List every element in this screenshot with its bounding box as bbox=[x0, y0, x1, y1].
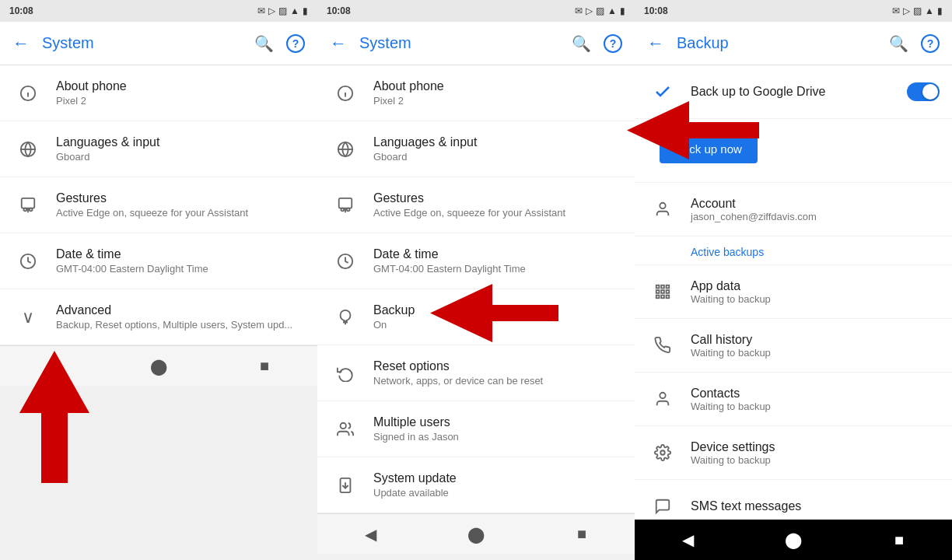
wifi-icon-2: ▲ bbox=[607, 5, 617, 16]
recent-nav-3[interactable]: ■ bbox=[884, 524, 915, 555]
app-title-3: Backup bbox=[677, 34, 889, 52]
update-icon bbox=[330, 470, 361, 501]
battery-icon-2: ▮ bbox=[620, 5, 625, 16]
app-bar-1: ← System 🔍 ? bbox=[0, 22, 317, 65]
account-email: jason_cohen@ziffdavis.com bbox=[691, 211, 940, 222]
sms-icon bbox=[647, 491, 678, 520]
datetime-icon-2 bbox=[330, 246, 361, 277]
sms-row[interactable]: SMS text messages bbox=[635, 480, 952, 520]
list-item[interactable]: Languages & input Gboard bbox=[0, 121, 317, 177]
app-title-1: System bbox=[42, 34, 254, 52]
home-nav-1[interactable]: ⬤ bbox=[143, 351, 174, 382]
about-phone-text: About phone Pixel 2 bbox=[56, 79, 305, 107]
backup-toggle[interactable] bbox=[907, 82, 940, 101]
svg-point-21 bbox=[341, 422, 346, 428]
back-nav-2[interactable]: ◀ bbox=[355, 519, 386, 550]
list-item[interactable]: Gestures Active Edge on, squeeze for you… bbox=[317, 177, 635, 233]
back-button-3[interactable]: ← bbox=[647, 33, 664, 54]
drive-backup-title: Back up to Google Drive bbox=[691, 85, 907, 99]
account-icon bbox=[647, 194, 678, 225]
backup-item[interactable]: Backup On bbox=[317, 289, 635, 345]
status-time-2: 10:08 bbox=[327, 5, 351, 16]
languages-text: Languages & input Gboard bbox=[56, 135, 305, 163]
svg-point-26 bbox=[660, 203, 665, 208]
backup-icon-2 bbox=[330, 302, 361, 333]
left-arrow-indicator-3 bbox=[635, 101, 759, 163]
vibrate-icon-3: ▨ bbox=[913, 5, 922, 16]
list-item[interactable]: Date & time GMT-04:00 Eastern Daylight T… bbox=[317, 233, 635, 289]
svg-rect-16 bbox=[339, 198, 352, 208]
device-settings-row[interactable]: Device settings Waiting to backup bbox=[635, 426, 952, 480]
status-bar-2: 10:08 ✉ ▷ ▨ ▲ ▮ bbox=[317, 0, 635, 22]
status-icons-2: ✉ ▷ ▨ ▲ ▮ bbox=[575, 5, 625, 16]
datetime-icon bbox=[12, 246, 44, 277]
account-row[interactable]: Account jason_cohen@ziffdavis.com bbox=[635, 183, 952, 236]
nav-bar-2: ◀ ⬤ ■ bbox=[317, 513, 635, 554]
back-nav-3[interactable]: ◀ bbox=[672, 524, 703, 555]
svg-marker-25 bbox=[635, 101, 759, 159]
about-phone-title: About phone bbox=[56, 79, 305, 93]
home-nav-2[interactable]: ⬤ bbox=[460, 519, 492, 550]
svg-point-17 bbox=[341, 208, 345, 211]
list-item[interactable]: Languages & input Gboard bbox=[317, 121, 635, 177]
recent-nav-2[interactable]: ■ bbox=[566, 519, 597, 550]
list-item[interactable]: Gestures Active Edge on, squeeze for you… bbox=[0, 177, 317, 233]
status-bar-1: 10:08 ✉ ▷ ▨ ▲ ▮ bbox=[0, 0, 317, 22]
search-icon-2[interactable]: 🔍 bbox=[572, 34, 591, 53]
app-bar-2: ← System 🔍 ? bbox=[317, 22, 635, 65]
battery-icon-3: ▮ bbox=[937, 5, 943, 16]
call-icon bbox=[647, 330, 678, 361]
list-item[interactable]: Reset options Network, apps, or device c… bbox=[317, 345, 635, 401]
svg-rect-31 bbox=[661, 290, 664, 293]
gestures-icon-2 bbox=[330, 190, 361, 221]
app-data-row[interactable]: App data Waiting to backup bbox=[635, 265, 952, 319]
list-item[interactable]: System update Update available bbox=[317, 457, 635, 513]
language-icon-2 bbox=[330, 134, 361, 165]
svg-point-37 bbox=[660, 450, 665, 455]
call-history-row[interactable]: Call history Waiting to backup bbox=[635, 319, 952, 373]
help-icon-2[interactable]: ? bbox=[604, 34, 622, 53]
status-time-1: 10:08 bbox=[9, 5, 33, 16]
search-icon-3[interactable]: 🔍 bbox=[889, 34, 908, 53]
language-icon bbox=[12, 134, 44, 165]
svg-rect-27 bbox=[656, 285, 660, 289]
svg-point-8 bbox=[30, 208, 33, 211]
app-data-icon bbox=[647, 276, 678, 307]
about-icon bbox=[12, 78, 44, 109]
svg-rect-32 bbox=[667, 290, 670, 293]
mail-icon-2: ✉ bbox=[575, 5, 583, 16]
backup-content: Back up to Google Drive Back up now Acco… bbox=[635, 65, 952, 520]
contacts-icon bbox=[647, 383, 678, 415]
list-item[interactable]: Date & time GMT-04:00 Eastern Daylight T… bbox=[0, 233, 317, 289]
toggle-knob bbox=[922, 84, 938, 100]
settings-list-2: About phone Pixel 2 Languages & input Gb… bbox=[317, 65, 635, 513]
about-phone-subtitle: Pixel 2 bbox=[56, 95, 305, 107]
nav-bar-3: ◀ ⬤ ■ bbox=[635, 520, 952, 560]
back-button-1[interactable]: ← bbox=[12, 33, 30, 54]
svg-rect-5 bbox=[22, 198, 35, 208]
list-item[interactable]: About phone Pixel 2 bbox=[317, 65, 635, 121]
svg-rect-30 bbox=[656, 290, 660, 293]
list-item[interactable]: ∨ Advanced Backup, Reset options, Multip… bbox=[0, 289, 317, 345]
help-icon-1[interactable]: ? bbox=[286, 34, 305, 53]
svg-point-36 bbox=[660, 393, 665, 398]
search-icon-1[interactable]: 🔍 bbox=[254, 34, 274, 53]
help-icon-3[interactable]: ? bbox=[921, 34, 940, 53]
home-nav-3[interactable]: ⬤ bbox=[778, 524, 809, 555]
list-item[interactable]: Multiple users Signed in as Jason bbox=[317, 401, 635, 457]
cast-icon-2: ▷ bbox=[586, 5, 593, 16]
back-nav-1[interactable]: ◀ bbox=[37, 351, 68, 382]
vibrate-icon-2: ▨ bbox=[596, 5, 604, 16]
wifi-icon: ▲ bbox=[290, 5, 299, 16]
recent-nav-1[interactable]: ■ bbox=[249, 351, 280, 382]
contacts-row[interactable]: Contacts Waiting to backup bbox=[635, 373, 952, 426]
datetime-text: Date & time GMT-04:00 Eastern Daylight T… bbox=[56, 247, 305, 275]
list-item[interactable]: About phone Pixel 2 bbox=[0, 65, 317, 121]
account-title: Account bbox=[691, 197, 940, 211]
svg-point-19 bbox=[347, 208, 350, 211]
svg-rect-34 bbox=[661, 296, 664, 299]
mail-icon: ✉ bbox=[257, 5, 265, 16]
app-title-2: System bbox=[359, 34, 572, 52]
status-time-3: 10:08 bbox=[644, 5, 668, 16]
back-button-2[interactable]: ← bbox=[330, 33, 347, 54]
